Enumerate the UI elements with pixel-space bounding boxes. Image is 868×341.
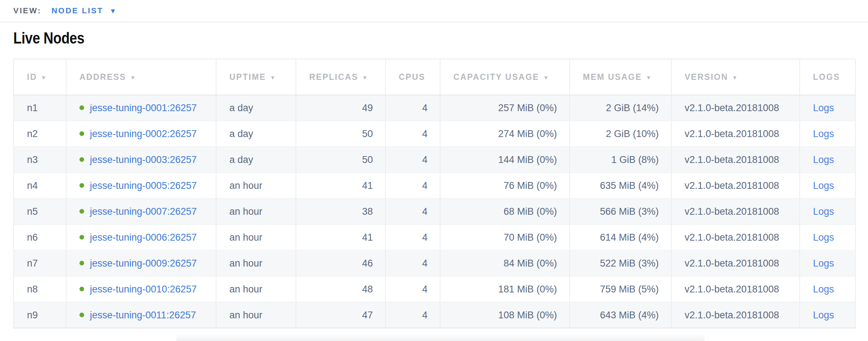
cell-cpus: 4	[385, 121, 440, 147]
node-logs-link[interactable]: Logs	[813, 232, 834, 243]
node-address-link[interactable]: jesse-tuning-0009:26257	[90, 258, 197, 269]
cell-replicas: 47	[296, 302, 385, 328]
cell-mem-usage: 2 GiB (10%)	[570, 121, 671, 147]
view-dropdown-value[interactable]: NODE LIST	[51, 6, 103, 15]
table-row: n2 jesse-tuning-0002:26257 a day 50 4 27…	[14, 121, 855, 147]
cell-uptime: an hour	[216, 302, 296, 328]
cell-version: v2.1.0-beta.20181008	[671, 302, 800, 328]
node-status-dot-icon	[79, 131, 84, 136]
node-logs-link[interactable]: Logs	[813, 180, 834, 191]
cell-capacity-usage: 70 MiB (0%)	[440, 224, 570, 250]
live-nodes-table-wrap: ID▼ ADDRESS▼ UPTIME▼ REPLICAS▼ CPUS CAPA…	[13, 59, 855, 328]
node-address-link[interactable]: jesse-tuning-0005:26257	[90, 180, 197, 191]
node-address-link[interactable]: jesse-tuning-0003:26257	[90, 154, 197, 165]
cell-uptime: a day	[216, 147, 296, 173]
column-header-uptime[interactable]: UPTIME▼	[216, 59, 296, 95]
sort-arrow-icon: ▼	[362, 74, 368, 81]
cell-logs: Logs	[800, 121, 855, 147]
view-toolbar: VIEW: NODE LIST ▼	[0, 0, 868, 22]
cell-node-id: n5	[14, 199, 66, 224]
node-logs-link[interactable]: Logs	[813, 284, 834, 295]
node-logs-link[interactable]: Logs	[813, 128, 834, 139]
cell-address: jesse-tuning-0003:26257	[66, 147, 216, 173]
node-status-dot-icon	[79, 157, 84, 162]
node-logs-link[interactable]: Logs	[813, 258, 834, 269]
cell-version: v2.1.0-beta.20181008	[671, 250, 800, 276]
cell-node-id: n1	[14, 95, 66, 121]
cell-replicas: 41	[296, 224, 385, 250]
cell-cpus: 4	[385, 147, 440, 173]
table-header-row: ID▼ ADDRESS▼ UPTIME▼ REPLICAS▼ CPUS CAPA…	[14, 59, 855, 95]
node-address-link[interactable]: jesse-tuning-0011:26257	[90, 310, 196, 320]
cell-cpus: 4	[385, 302, 440, 328]
next-section-top-edge	[176, 334, 705, 341]
cell-uptime: an hour	[216, 173, 296, 199]
cell-version: v2.1.0-beta.20181008	[671, 95, 800, 121]
node-logs-link[interactable]: Logs	[813, 154, 834, 165]
cell-replicas: 48	[296, 276, 385, 302]
cell-cpus: 4	[385, 95, 440, 121]
cell-capacity-usage: 181 MiB (0%)	[440, 276, 570, 302]
cell-mem-usage: 1 GiB (8%)	[570, 147, 671, 173]
node-logs-link[interactable]: Logs	[813, 206, 834, 217]
node-address-link[interactable]: jesse-tuning-0006:26257	[90, 232, 197, 243]
column-header-version[interactable]: VERSION▼	[671, 59, 800, 95]
cell-logs: Logs	[800, 147, 855, 173]
column-header-address[interactable]: ADDRESS▼	[66, 59, 216, 95]
cell-address: jesse-tuning-0006:26257	[66, 224, 216, 250]
cell-uptime: a day	[216, 95, 296, 121]
cell-node-id: n8	[14, 276, 66, 302]
live-nodes-table: ID▼ ADDRESS▼ UPTIME▼ REPLICAS▼ CPUS CAPA…	[13, 59, 856, 328]
cell-node-id: n9	[14, 302, 66, 328]
cell-cpus: 4	[385, 250, 440, 276]
cell-mem-usage: 643 MiB (4%)	[570, 302, 671, 328]
sort-arrow-icon: ▼	[646, 74, 652, 81]
cell-capacity-usage: 257 MiB (0%)	[440, 95, 570, 121]
table-row: n5 jesse-tuning-0007:26257 an hour 38 4 …	[14, 199, 855, 224]
cell-replicas: 49	[296, 95, 385, 121]
chevron-down-icon: ▼	[110, 8, 117, 14]
page-title: Live Nodes	[13, 29, 748, 47]
sort-arrow-icon: ▼	[732, 74, 738, 81]
node-logs-link[interactable]: Logs	[813, 103, 834, 113]
node-status-dot-icon	[79, 209, 84, 214]
view-dropdown[interactable]: NODE LIST ▼	[51, 6, 116, 15]
node-status-dot-icon	[79, 235, 84, 240]
cell-uptime: an hour	[216, 250, 296, 276]
column-header-capacity-usage[interactable]: CAPACITY USAGE▼	[440, 59, 570, 95]
node-address-link[interactable]: jesse-tuning-0002:26257	[90, 128, 197, 139]
cell-address: jesse-tuning-0001:26257	[66, 95, 216, 121]
cell-mem-usage: 759 MiB (5%)	[570, 276, 671, 302]
cell-capacity-usage: 84 MiB (0%)	[440, 250, 570, 276]
node-address-link[interactable]: jesse-tuning-0007:26257	[90, 206, 197, 217]
cell-uptime: a day	[216, 121, 296, 147]
node-address-link[interactable]: jesse-tuning-0001:26257	[90, 103, 197, 113]
cell-capacity-usage: 274 MiB (0%)	[440, 121, 570, 147]
column-header-id[interactable]: ID▼	[14, 59, 66, 95]
cell-node-id: n3	[14, 147, 66, 173]
cell-capacity-usage: 108 MiB (0%)	[440, 302, 570, 328]
cell-uptime: an hour	[216, 276, 296, 302]
cell-logs: Logs	[800, 302, 855, 328]
column-header-replicas[interactable]: REPLICAS▼	[296, 59, 385, 95]
cell-mem-usage: 2 GiB (14%)	[570, 95, 671, 121]
cell-version: v2.1.0-beta.20181008	[671, 147, 800, 173]
node-status-dot-icon	[79, 261, 84, 265]
table-row: n8 jesse-tuning-0010:26257 an hour 48 4 …	[14, 276, 855, 302]
table-row: n7 jesse-tuning-0009:26257 an hour 46 4 …	[14, 250, 855, 276]
cell-node-id: n7	[14, 250, 66, 276]
cell-address: jesse-tuning-0009:26257	[66, 250, 216, 276]
sort-arrow-icon: ▼	[130, 74, 136, 81]
cell-address: jesse-tuning-0010:26257	[66, 276, 216, 302]
table-row: n4 jesse-tuning-0005:26257 an hour 41 4 …	[14, 173, 855, 199]
cell-logs: Logs	[800, 199, 855, 224]
cell-address: jesse-tuning-0005:26257	[66, 173, 216, 199]
column-header-mem-usage[interactable]: MEM USAGE▼	[570, 59, 671, 95]
cell-replicas: 41	[296, 173, 385, 199]
cell-uptime: an hour	[216, 224, 296, 250]
cell-mem-usage: 614 MiB (4%)	[570, 224, 671, 250]
node-address-link[interactable]: jesse-tuning-0010:26257	[90, 284, 197, 295]
cell-cpus: 4	[385, 276, 440, 302]
column-header-logs: LOGS	[800, 59, 855, 95]
node-logs-link[interactable]: Logs	[813, 310, 834, 320]
